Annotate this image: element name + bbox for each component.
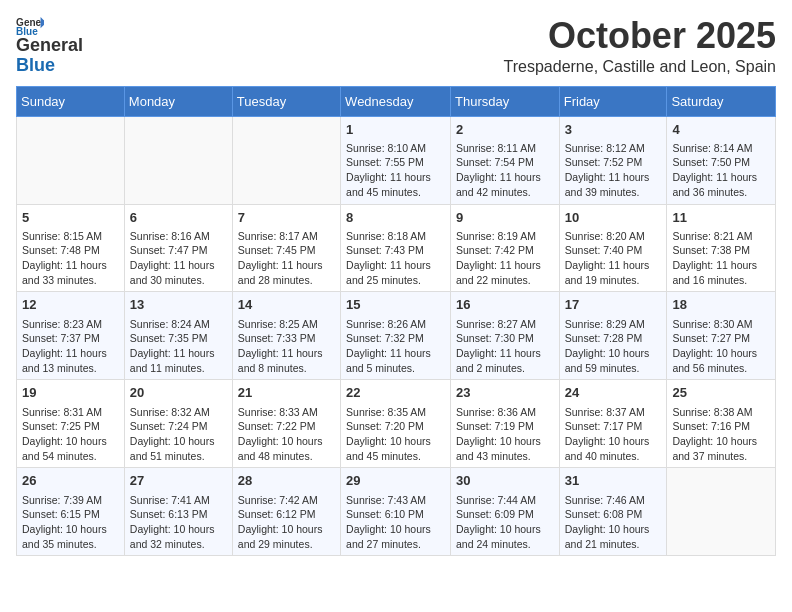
day-number: 15 — [346, 296, 445, 314]
calendar-week-row: 19Sunrise: 8:31 AM Sunset: 7:25 PM Dayli… — [17, 380, 776, 468]
table-row: 14Sunrise: 8:25 AM Sunset: 7:33 PM Dayli… — [232, 292, 340, 380]
table-row: 7Sunrise: 8:17 AM Sunset: 7:45 PM Daylig… — [232, 204, 340, 292]
day-number: 19 — [22, 384, 119, 402]
day-info: Sunrise: 8:31 AM Sunset: 7:25 PM Dayligh… — [22, 405, 119, 464]
day-info: Sunrise: 7:46 AM Sunset: 6:08 PM Dayligh… — [565, 493, 662, 552]
day-number: 1 — [346, 121, 445, 139]
day-info: Sunrise: 8:26 AM Sunset: 7:32 PM Dayligh… — [346, 317, 445, 376]
table-row: 27Sunrise: 7:41 AM Sunset: 6:13 PM Dayli… — [124, 468, 232, 556]
day-info: Sunrise: 8:35 AM Sunset: 7:20 PM Dayligh… — [346, 405, 445, 464]
day-number: 2 — [456, 121, 554, 139]
table-row: 3Sunrise: 8:12 AM Sunset: 7:52 PM Daylig… — [559, 116, 667, 204]
table-row: 10Sunrise: 8:20 AM Sunset: 7:40 PM Dayli… — [559, 204, 667, 292]
table-row: 28Sunrise: 7:42 AM Sunset: 6:12 PM Dayli… — [232, 468, 340, 556]
day-info: Sunrise: 8:17 AM Sunset: 7:45 PM Dayligh… — [238, 229, 335, 288]
day-number: 24 — [565, 384, 662, 402]
col-tuesday: Tuesday — [232, 86, 340, 116]
col-saturday: Saturday — [667, 86, 776, 116]
table-row: 17Sunrise: 8:29 AM Sunset: 7:28 PM Dayli… — [559, 292, 667, 380]
table-row: 2Sunrise: 8:11 AM Sunset: 7:54 PM Daylig… — [451, 116, 560, 204]
day-info: Sunrise: 8:27 AM Sunset: 7:30 PM Dayligh… — [456, 317, 554, 376]
table-row: 6Sunrise: 8:16 AM Sunset: 7:47 PM Daylig… — [124, 204, 232, 292]
table-row — [667, 468, 776, 556]
table-row: 31Sunrise: 7:46 AM Sunset: 6:08 PM Dayli… — [559, 468, 667, 556]
day-info: Sunrise: 8:37 AM Sunset: 7:17 PM Dayligh… — [565, 405, 662, 464]
table-row: 26Sunrise: 7:39 AM Sunset: 6:15 PM Dayli… — [17, 468, 125, 556]
day-number: 10 — [565, 209, 662, 227]
day-info: Sunrise: 8:20 AM Sunset: 7:40 PM Dayligh… — [565, 229, 662, 288]
col-sunday: Sunday — [17, 86, 125, 116]
calendar-week-row: 5Sunrise: 8:15 AM Sunset: 7:48 PM Daylig… — [17, 204, 776, 292]
day-number: 9 — [456, 209, 554, 227]
table-row: 13Sunrise: 8:24 AM Sunset: 7:35 PM Dayli… — [124, 292, 232, 380]
calendar-week-row: 1Sunrise: 8:10 AM Sunset: 7:55 PM Daylig… — [17, 116, 776, 204]
day-number: 3 — [565, 121, 662, 139]
table-row: 24Sunrise: 8:37 AM Sunset: 7:17 PM Dayli… — [559, 380, 667, 468]
table-row: 19Sunrise: 8:31 AM Sunset: 7:25 PM Dayli… — [17, 380, 125, 468]
col-friday: Friday — [559, 86, 667, 116]
table-row: 1Sunrise: 8:10 AM Sunset: 7:55 PM Daylig… — [341, 116, 451, 204]
table-row: 11Sunrise: 8:21 AM Sunset: 7:38 PM Dayli… — [667, 204, 776, 292]
day-number: 26 — [22, 472, 119, 490]
day-number: 7 — [238, 209, 335, 227]
logo-general-text: General — [16, 36, 83, 56]
day-info: Sunrise: 8:10 AM Sunset: 7:55 PM Dayligh… — [346, 141, 445, 200]
table-row: 29Sunrise: 7:43 AM Sunset: 6:10 PM Dayli… — [341, 468, 451, 556]
day-number: 16 — [456, 296, 554, 314]
calendar-table: Sunday Monday Tuesday Wednesday Thursday… — [16, 86, 776, 557]
month-title: October 2025 — [504, 16, 776, 56]
table-row — [232, 116, 340, 204]
day-info: Sunrise: 8:24 AM Sunset: 7:35 PM Dayligh… — [130, 317, 227, 376]
day-info: Sunrise: 8:18 AM Sunset: 7:43 PM Dayligh… — [346, 229, 445, 288]
day-number: 31 — [565, 472, 662, 490]
page-header: General Blue General Blue October 2025 T… — [16, 16, 776, 76]
day-info: Sunrise: 8:23 AM Sunset: 7:37 PM Dayligh… — [22, 317, 119, 376]
day-info: Sunrise: 8:12 AM Sunset: 7:52 PM Dayligh… — [565, 141, 662, 200]
day-number: 28 — [238, 472, 335, 490]
day-number: 8 — [346, 209, 445, 227]
day-number: 11 — [672, 209, 770, 227]
title-area: October 2025 Trespaderne, Castille and L… — [504, 16, 776, 76]
day-number: 21 — [238, 384, 335, 402]
calendar-header-row: Sunday Monday Tuesday Wednesday Thursday… — [17, 86, 776, 116]
table-row: 15Sunrise: 8:26 AM Sunset: 7:32 PM Dayli… — [341, 292, 451, 380]
day-number: 20 — [130, 384, 227, 402]
calendar-week-row: 12Sunrise: 8:23 AM Sunset: 7:37 PM Dayli… — [17, 292, 776, 380]
table-row: 8Sunrise: 8:18 AM Sunset: 7:43 PM Daylig… — [341, 204, 451, 292]
day-info: Sunrise: 8:33 AM Sunset: 7:22 PM Dayligh… — [238, 405, 335, 464]
day-number: 22 — [346, 384, 445, 402]
day-info: Sunrise: 8:15 AM Sunset: 7:48 PM Dayligh… — [22, 229, 119, 288]
table-row: 16Sunrise: 8:27 AM Sunset: 7:30 PM Dayli… — [451, 292, 560, 380]
table-row: 25Sunrise: 8:38 AM Sunset: 7:16 PM Dayli… — [667, 380, 776, 468]
day-number: 4 — [672, 121, 770, 139]
table-row: 23Sunrise: 8:36 AM Sunset: 7:19 PM Dayli… — [451, 380, 560, 468]
day-info: Sunrise: 8:30 AM Sunset: 7:27 PM Dayligh… — [672, 317, 770, 376]
day-number: 13 — [130, 296, 227, 314]
day-info: Sunrise: 7:44 AM Sunset: 6:09 PM Dayligh… — [456, 493, 554, 552]
location-title: Trespaderne, Castille and Leon, Spain — [504, 58, 776, 76]
day-number: 25 — [672, 384, 770, 402]
table-row: 5Sunrise: 8:15 AM Sunset: 7:48 PM Daylig… — [17, 204, 125, 292]
day-number: 30 — [456, 472, 554, 490]
table-row: 12Sunrise: 8:23 AM Sunset: 7:37 PM Dayli… — [17, 292, 125, 380]
day-number: 6 — [130, 209, 227, 227]
day-number: 29 — [346, 472, 445, 490]
logo: General Blue General Blue — [16, 16, 83, 76]
day-number: 27 — [130, 472, 227, 490]
table-row: 18Sunrise: 8:30 AM Sunset: 7:27 PM Dayli… — [667, 292, 776, 380]
generalblue-logo-icon: General Blue — [16, 16, 44, 36]
day-info: Sunrise: 7:41 AM Sunset: 6:13 PM Dayligh… — [130, 493, 227, 552]
day-info: Sunrise: 8:16 AM Sunset: 7:47 PM Dayligh… — [130, 229, 227, 288]
col-monday: Monday — [124, 86, 232, 116]
day-info: Sunrise: 8:25 AM Sunset: 7:33 PM Dayligh… — [238, 317, 335, 376]
day-info: Sunrise: 8:36 AM Sunset: 7:19 PM Dayligh… — [456, 405, 554, 464]
day-number: 14 — [238, 296, 335, 314]
col-wednesday: Wednesday — [341, 86, 451, 116]
day-info: Sunrise: 8:19 AM Sunset: 7:42 PM Dayligh… — [456, 229, 554, 288]
table-row: 30Sunrise: 7:44 AM Sunset: 6:09 PM Dayli… — [451, 468, 560, 556]
table-row: 22Sunrise: 8:35 AM Sunset: 7:20 PM Dayli… — [341, 380, 451, 468]
day-number: 12 — [22, 296, 119, 314]
day-number: 17 — [565, 296, 662, 314]
day-info: Sunrise: 8:38 AM Sunset: 7:16 PM Dayligh… — [672, 405, 770, 464]
day-number: 23 — [456, 384, 554, 402]
